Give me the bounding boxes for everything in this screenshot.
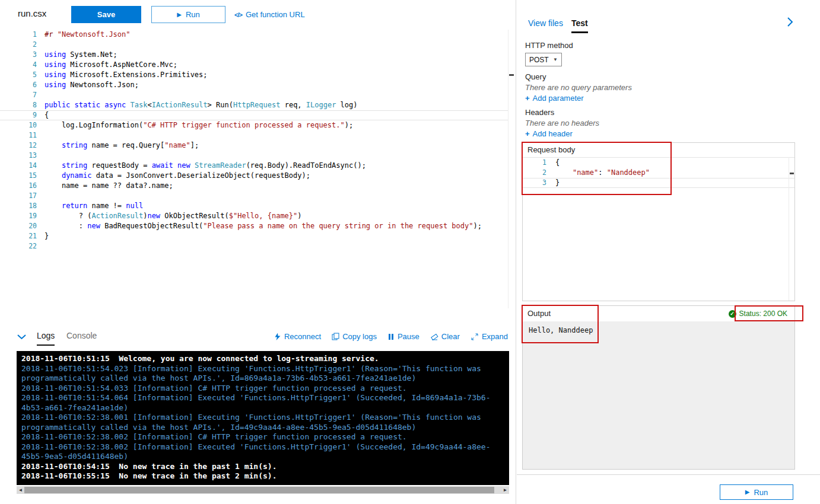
line-number: 3 [523,178,555,188]
code-line[interactable]: 18 return name != null [0,201,508,211]
output-text: Hello, Nanddeep [529,326,593,334]
line-number: 15 [0,171,45,181]
code-line[interactable]: 7 [0,90,508,100]
collapse-logs-button[interactable] [17,332,27,342]
save-button[interactable]: Save [71,6,141,23]
test-panel: View files Test HTTP method POST ▼ Query… [517,0,820,504]
code-line[interactable]: 15 dynamic data = JsonConvert.Deserializ… [0,171,508,181]
line-number: 2 [0,40,45,50]
request-body-label: Request body [523,143,794,158]
line-number: 1 [523,158,555,168]
headers-empty-text: There are no headers [525,119,599,127]
line-number: 17 [0,191,45,201]
request-body-editor[interactable]: 1{2 "name": "Nanddeep"3} [523,158,794,188]
code-line[interactable]: 21} [0,231,508,241]
scrollbar-thumb[interactable] [24,487,494,493]
line-number: 8 [0,100,45,110]
code-line[interactable]: 1#r "Newtonsoft.Json" [0,30,508,40]
get-function-url-link[interactable]: </> Get function URL [234,10,305,19]
scroll-right-arrow-icon[interactable]: ► [501,486,509,494]
line-number: 6 [0,80,45,90]
test-run-button[interactable]: ▶ Run [720,484,793,500]
request-body-scrollbar[interactable] [789,157,794,301]
code-line[interactable]: 2 "name": "Nanddeep" [523,168,794,178]
code-line[interactable]: 8public static async Task<IActionResult>… [0,100,508,110]
output-section: Output ✓ Status: 200 OK Hello, Nanddeep [522,305,795,470]
pause-button[interactable]: Pause [387,332,419,341]
headers-label: Headers [525,108,554,117]
line-number: 16 [0,181,45,191]
add-header-label: Add header [533,129,573,138]
request-body-section: Request body 1{2 "name": "Nanddeep"3} [522,142,795,301]
output-content: Hello, Nanddeep [523,321,794,469]
code-line[interactable]: 5using Microsoft.Extensions.Primitives; [0,70,508,80]
tab-logs[interactable]: Logs [37,331,55,346]
clear-button[interactable]: Clear [430,332,460,341]
line-number: 3 [0,50,45,60]
log-line: 2018-11-06T10:54:15 No new trace in the … [21,462,504,472]
http-method-label: HTTP method [525,41,573,50]
code-brackets-icon: </> [234,11,242,18]
code-line[interactable]: 12 string name = req.Query["name"]; [0,141,508,151]
line-number: 20 [0,221,45,231]
scroll-left-arrow-icon[interactable]: ◄ [17,486,24,494]
scroll-cursor-mark [790,173,794,174]
expand-button[interactable]: Expand [471,332,508,341]
plus-icon: + [525,129,530,138]
chevron-down-icon: ▼ [553,57,558,62]
code-line[interactable]: 3using System.Net; [0,50,508,60]
clear-label: Clear [441,332,460,341]
status-badge: ✓ Status: 200 OK [729,310,787,318]
run-button-label: Run [186,10,200,19]
log-stream-console[interactable]: 2018-11-06T10:51:15 Welcome, you are now… [17,351,509,485]
code-line[interactable]: 22 [0,241,508,251]
code-line[interactable]: 1{ [523,158,794,168]
log-line: 2018-11-06T10:55:15 No new trace in the … [21,471,504,481]
code-line[interactable]: 10 log.LogInformation("C# HTTP trigger f… [0,120,508,130]
code-line[interactable]: 2 [0,40,508,50]
editor-scrollbar[interactable] [508,30,514,308]
code-line[interactable]: 11 [0,130,508,141]
tab-console[interactable]: Console [66,331,97,340]
log-line: 2018-11-06T10:51:54.023 [Information] Ex… [21,364,504,384]
copy-logs-label: Copy logs [342,332,377,341]
copy-icon [332,333,339,340]
tab-test[interactable]: Test [571,18,588,33]
tab-view-files[interactable]: View files [528,18,563,28]
reconnect-icon [274,333,281,340]
code-line[interactable]: 17 [0,191,508,201]
test-run-label: Run [754,488,768,497]
line-number: 18 [0,201,45,211]
expand-icon [471,333,479,341]
line-number: 12 [0,141,45,151]
add-parameter-button[interactable]: + Add parameter [525,94,584,103]
http-method-select[interactable]: POST ▼ [525,53,562,66]
expand-label: Expand [482,332,508,341]
query-empty-text: There are no query parameters [525,83,632,92]
copy-logs-button[interactable]: Copy logs [332,332,377,341]
code-line[interactable]: 9{ [0,110,508,120]
line-number: 11 [0,130,45,141]
code-editor[interactable]: 1#r "Newtonsoft.Json"23using System.Net;… [0,30,508,251]
console-horizontal-scrollbar[interactable]: ◄ ► [17,486,509,494]
code-line[interactable]: 6using Newtonsoft.Json; [0,80,508,90]
reconnect-button[interactable]: Reconnect [274,332,321,341]
code-line[interactable]: 19 ? (ActionResult)new OkObjectResult($"… [0,211,508,221]
http-method-value: POST [529,56,549,64]
log-line: 2018-11-06T10:51:54.064 [Information] Ex… [21,393,504,413]
function-editor-pane: run.csx Save ▶ Run </> Get function URL … [0,0,516,504]
code-line[interactable]: 20 : new BadRequestObjectResult("Please … [0,221,508,231]
code-line[interactable]: 13 [0,151,508,161]
code-line[interactable]: 14 string requestBody = await new Stream… [0,161,508,171]
add-header-button[interactable]: + Add header [525,129,573,138]
pause-icon [387,333,395,340]
line-number: 13 [0,151,45,161]
plus-icon: + [525,94,530,103]
scroll-cursor-mark [509,74,514,76]
code-line[interactable]: 16 name = name ?? data?.name; [0,181,508,191]
collapse-panel-button[interactable] [785,17,794,27]
clear-icon [430,333,438,340]
code-line[interactable]: 4using Microsoft.AspNetCore.Mvc; [0,60,508,70]
run-button[interactable]: ▶ Run [151,6,225,23]
code-line[interactable]: 3} [523,178,794,188]
